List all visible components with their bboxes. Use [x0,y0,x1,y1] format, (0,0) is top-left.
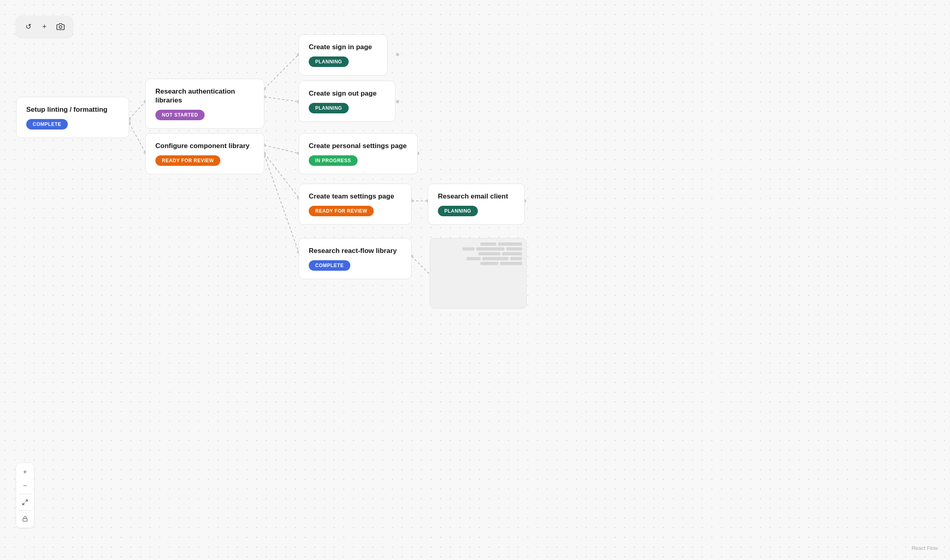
node-create-signin-badge: PLANNING [309,56,349,67]
node-research-auth-title: Research authentication libraries [155,87,254,105]
svg-line-7 [264,155,299,252]
svg-line-9 [412,256,430,274]
svg-line-4 [264,97,299,102]
bottom-toolbar: + − [16,463,34,528]
svg-line-32 [23,503,25,505]
node-create-personal[interactable]: Create personal settings page IN PROGRES… [299,133,418,174]
node-create-signout-title: Create sign out page [309,89,385,98]
node-research-reactflow[interactable]: Research react-flow library COMPLETE [299,238,412,279]
node-create-team-badge: READY FOR REVIEW [309,206,374,216]
preview-row-4 [434,257,522,260]
preview-node [430,238,527,309]
svg-line-31 [25,500,27,502]
svg-point-28 [396,53,399,56]
node-research-reactflow-title: Research react-flow library [309,247,402,255]
react-flow-label: React Flow [912,545,938,551]
node-research-reactflow-badge: COMPLETE [309,260,350,271]
svg-rect-33 [23,518,27,521]
node-setup-linting-title: Setup linting / formatting [26,105,119,114]
node-configure-component-title: Configure component library [155,142,254,150]
svg-point-0 [59,26,62,29]
node-research-auth[interactable]: Research authentication libraries NOT ST… [145,79,264,129]
add-button[interactable]: + [37,19,52,34]
svg-line-3 [264,54,299,89]
svg-point-29 [396,100,399,103]
node-create-personal-badge: IN PROGRESS [309,155,358,166]
node-configure-component-badge: READY FOR REVIEW [155,155,220,166]
node-create-team-title: Create team settings page [309,192,402,201]
fit-view-button[interactable] [19,496,31,509]
preview-row-5 [434,262,522,265]
node-research-auth-badge: NOT STARTED [155,110,205,120]
node-create-signout-badge: PLANNING [309,103,349,113]
toolbar-divider [19,494,31,494]
node-research-email-badge: PLANNING [438,206,478,216]
preview-row-1 [434,242,522,246]
lock-button[interactable] [19,512,31,525]
node-setup-linting-badge: COMPLETE [26,119,68,130]
node-create-signin-title: Create sign in page [309,43,377,52]
refresh-button[interactable]: ↺ [21,19,36,34]
main-toolbar: ↺ + [16,16,73,37]
preview-row-3 [434,252,522,255]
zoom-in-button[interactable]: + [19,466,31,479]
svg-line-1 [129,102,145,119]
node-create-personal-title: Create personal settings page [309,142,408,150]
preview-row-2 [434,247,522,251]
node-configure-component[interactable]: Configure component library READY FOR RE… [145,133,264,174]
node-create-team[interactable]: Create team settings page READY FOR REVI… [299,184,412,225]
node-setup-linting[interactable]: Setup linting / formatting COMPLETE [16,97,129,138]
screenshot-button[interactable] [53,19,68,34]
node-research-email[interactable]: Research email client PLANNING [428,184,525,225]
zoom-out-button[interactable]: − [19,479,31,492]
svg-line-2 [129,123,145,153]
node-research-email-title: Research email client [438,192,515,201]
node-create-signout[interactable]: Create sign out page PLANNING [299,81,395,122]
preview-inner [430,238,526,269]
toolbar-divider-2 [19,510,31,511]
svg-line-6 [264,153,299,198]
node-create-signin[interactable]: Create sign in page PLANNING [299,34,387,75]
svg-line-5 [264,145,299,153]
